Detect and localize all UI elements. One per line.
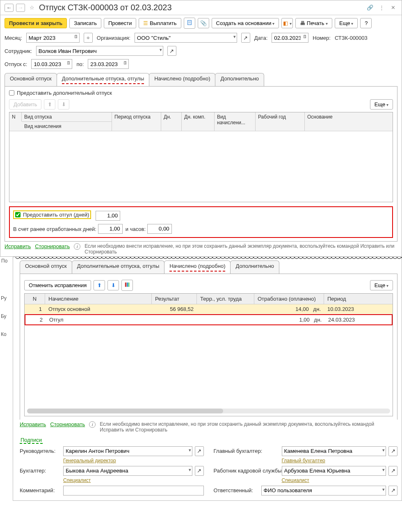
chief-acc-pos-link[interactable]: Главный бухгалтер — [282, 458, 398, 464]
svg-rect-0 — [187, 21, 191, 25]
acc-open-button[interactable]: ↗ — [195, 466, 204, 476]
fix-link-2[interactable]: Исправить — [20, 421, 46, 427]
col-period: Период отпуска — [112, 112, 161, 131]
month-input[interactable] — [26, 33, 80, 43]
hr-input[interactable] — [282, 466, 386, 476]
tab-additional-vacation[interactable]: Дополнительные отпуска, отгулы — [57, 73, 150, 86]
col-days: Дн. — [161, 112, 182, 131]
reverse-link-2[interactable]: Сторнировать — [50, 421, 85, 427]
more-grid2-button[interactable]: Еще — [370, 280, 393, 290]
date-input[interactable] — [272, 33, 308, 43]
chief-acc-input[interactable] — [282, 446, 386, 456]
anchor-button[interactable]: ◧ — [281, 18, 293, 28]
table-row[interactable]: 2Отгул1,00 дн.24.03.2023 — [25, 314, 393, 325]
head-open-button[interactable]: ↗ — [195, 446, 204, 456]
chief-acc-open-button[interactable]: ↗ — [388, 446, 397, 456]
move-down2-button[interactable]: ⬇ — [107, 280, 119, 290]
addvac-checkbox-row[interactable]: Предоставить дополнительный отпуск — [9, 90, 112, 96]
col2-n: N — [25, 294, 45, 304]
cancel-corrections-button[interactable]: Отменить исправления — [24, 280, 91, 290]
more-grid1-button[interactable]: Еще — [370, 99, 393, 110]
prefix-label: В счет ранее отработанных дней: — [13, 226, 96, 232]
correction-note-2: Если необходимо внести исправление, но п… — [100, 421, 397, 433]
fragment-bu: Бу — [1, 313, 12, 319]
col-type2: Вид начисления — [22, 121, 112, 131]
create-based-button[interactable]: Создать на основании — [212, 18, 279, 28]
columns-icon — [124, 282, 130, 288]
attach-button[interactable]: 📎 — [198, 18, 209, 28]
vac-from-input[interactable] — [31, 59, 72, 69]
link-icon[interactable]: 🔗 — [365, 3, 375, 12]
org-input[interactable] — [135, 33, 237, 43]
tab-calculated[interactable]: Начислено (подробно) — [149, 73, 215, 86]
tab-underline — [62, 83, 144, 84]
star-icon[interactable]: ☆ — [27, 3, 37, 12]
tab2-calculated[interactable]: Начислено (подробно) — [164, 260, 231, 274]
help-button[interactable]: ? — [360, 18, 372, 28]
fragment-ko: Ко — [1, 331, 12, 337]
prior-hours-input[interactable] — [147, 224, 172, 234]
addvac-checkbox[interactable] — [9, 90, 14, 96]
acc-pos-link[interactable]: Специалист — [63, 477, 204, 483]
resp-open-button[interactable]: ↗ — [388, 486, 397, 495]
col-n: N — [9, 112, 22, 121]
tab-extra[interactable]: Дополнительно — [215, 73, 264, 86]
hr-pos-link[interactable]: Специалист — [282, 477, 398, 483]
nav-forward-button[interactable]: → — [16, 4, 25, 12]
cell-worked: 14,00 дн. — [254, 304, 324, 314]
settings-columns-button[interactable] — [121, 280, 133, 291]
head-input[interactable] — [63, 446, 192, 456]
timeoff-block: Предоставить отгул (дней) В счет ранее о… — [9, 206, 393, 238]
tab2-extra[interactable]: Дополнительно — [230, 260, 279, 274]
additional-vacation-grid[interactable]: N Вид отпуска Вид начисления Период отпу… — [9, 112, 393, 202]
acc-input[interactable] — [63, 466, 192, 476]
employee-input[interactable] — [36, 46, 163, 56]
move-up2-button[interactable]: ⬆ — [94, 280, 105, 290]
give-timeoff-checkbox[interactable] — [15, 212, 21, 217]
reverse-link[interactable]: Сторнировать — [35, 243, 70, 249]
menu-icon[interactable]: ⋮ — [377, 3, 386, 12]
tab-main-vacation[interactable]: Основной отпуск — [5, 73, 57, 86]
fix-link[interactable]: Исправить — [5, 243, 31, 249]
date-label: Дата: — [254, 35, 267, 41]
add-row-button: Добавить — [9, 99, 41, 110]
give-timeoff-days-input[interactable] — [96, 211, 120, 221]
cell-n: 2 — [25, 315, 46, 324]
post-and-close-button[interactable]: Провести и закрыть — [5, 18, 67, 28]
doc-icon-button[interactable] — [184, 18, 195, 29]
pay-button[interactable]: ☰ Выплатить — [139, 18, 181, 28]
post-button[interactable]: Провести — [104, 18, 137, 28]
close-icon[interactable]: ✕ — [388, 3, 397, 12]
print-button[interactable]: 🖶 Печать — [295, 18, 332, 28]
employee-open-button[interactable]: ↗ — [167, 46, 176, 56]
hr-open-button[interactable]: ↗ — [388, 466, 397, 476]
grid2-hscrollbar[interactable] — [27, 409, 390, 413]
document-icon — [187, 20, 192, 25]
more-button-top[interactable]: Еще — [335, 18, 358, 28]
save-button[interactable]: Записать — [69, 18, 101, 28]
give-timeoff-row[interactable]: Предоставить отгул (дней) — [13, 210, 91, 219]
comment-label: Комментарий: — [20, 487, 61, 493]
cell-acc: Отпуск основной — [45, 304, 152, 314]
comment-input[interactable] — [63, 486, 204, 495]
cell-period: 10.03.2023 — [324, 304, 393, 314]
table-row[interactable]: 1Отпуск основной56 968,5214,00 дн.10.03.… — [25, 304, 393, 314]
org-open-button[interactable]: ↗ — [241, 33, 250, 43]
col-days-comp: Дн. комп. — [182, 112, 215, 131]
col2-terr: Терр., усл. труда — [197, 294, 254, 304]
resp-input[interactable] — [261, 486, 386, 495]
head-pos-link[interactable]: Генеральный директор — [63, 458, 204, 464]
nav-back-button[interactable]: ← — [5, 4, 14, 12]
hours-label: и часов: — [126, 226, 146, 232]
chief-acc-label: Главный бухгалтер: — [214, 448, 279, 454]
paperclip-icon: 📎 — [200, 20, 207, 26]
vac-to-input[interactable] — [88, 59, 129, 69]
signatures-toggle[interactable]: Подписи — [20, 437, 43, 444]
tab2-main-vacation[interactable]: Основной отпуск — [20, 260, 72, 274]
grid2-hscroll-thumb[interactable] — [27, 409, 223, 413]
tab2-additional[interactable]: Дополнительные отпуска, отгулы — [72, 260, 165, 274]
month-spinner[interactable]: ÷ — [84, 33, 93, 43]
col2-acc: Начисление — [45, 294, 152, 304]
prior-days-input[interactable] — [98, 224, 123, 234]
calculated-grid[interactable]: N Начисление Результат Терр., усл. труда… — [24, 293, 393, 416]
